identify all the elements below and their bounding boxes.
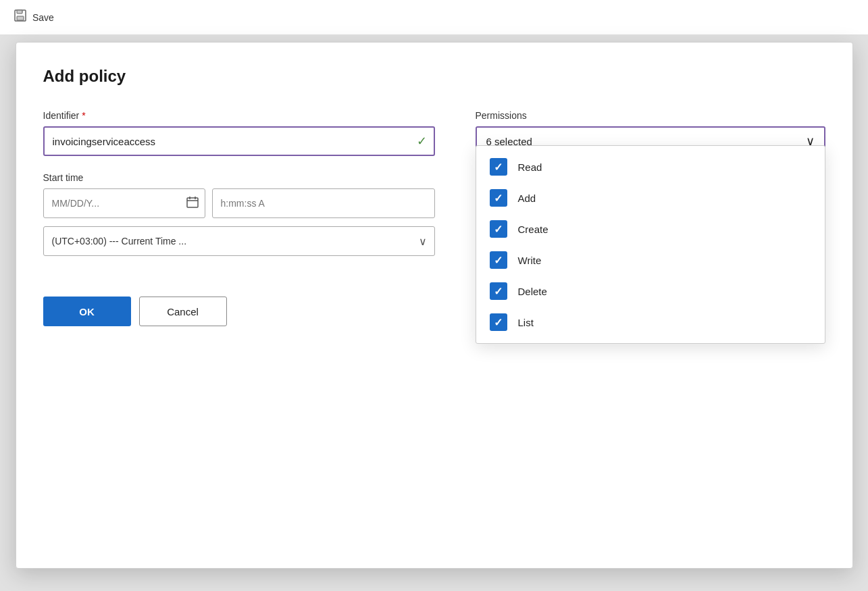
dialog-title: Add policy bbox=[43, 67, 825, 86]
checkmark-icon: ✓ bbox=[494, 316, 503, 329]
add-policy-dialog: Add policy Identifier * invoicingservice… bbox=[16, 42, 853, 569]
svg-rect-4 bbox=[187, 198, 198, 207]
form-layout: Identifier * invoicingserviceaccess ✓ St… bbox=[43, 110, 825, 326]
required-star: * bbox=[82, 110, 85, 121]
form-right-column: Permissions 6 selected ∨ ✓ Read bbox=[476, 110, 825, 156]
checkmark-icon: ✓ bbox=[494, 161, 503, 174]
permission-checkbox-read[interactable]: ✓ bbox=[490, 158, 507, 176]
timezone-select[interactable]: (UTC+03:00) --- Current Time ... (UTC+00… bbox=[43, 226, 435, 256]
checkmark-icon: ✓ bbox=[494, 285, 503, 298]
permission-item-write[interactable]: ✓ Write bbox=[476, 245, 825, 276]
ok-button[interactable]: OK bbox=[43, 297, 131, 326]
permission-item-read[interactable]: ✓ Read bbox=[476, 151, 825, 182]
permission-label-read: Read bbox=[518, 161, 542, 173]
save-icon bbox=[14, 9, 27, 26]
form-left-column: Identifier * invoicingserviceaccess ✓ St… bbox=[43, 110, 435, 326]
identifier-input[interactable]: invoicingserviceaccess bbox=[43, 126, 435, 156]
save-button-label[interactable]: Save bbox=[32, 12, 54, 23]
svg-rect-2 bbox=[17, 16, 24, 20]
permission-item-delete[interactable]: ✓ Delete bbox=[476, 276, 825, 307]
permission-label-delete: Delete bbox=[518, 286, 547, 297]
identifier-label: Identifier * bbox=[43, 110, 435, 121]
permissions-dropdown: ✓ Read ✓ Add ✓ Create bbox=[476, 145, 825, 344]
permission-checkbox-write[interactable]: ✓ bbox=[490, 251, 507, 269]
permission-label-create: Create bbox=[518, 224, 548, 235]
permission-item-add[interactable]: ✓ Add bbox=[476, 182, 825, 213]
time-input[interactable] bbox=[212, 188, 435, 218]
identifier-valid-icon: ✓ bbox=[417, 134, 427, 149]
button-row: OK Cancel bbox=[43, 297, 435, 326]
modal-overlay: Add policy Identifier * invoicingservice… bbox=[0, 35, 868, 591]
calendar-icon bbox=[186, 196, 199, 211]
start-time-label: Start time bbox=[43, 172, 435, 183]
toolbar: Save bbox=[0, 0, 868, 35]
permission-item-create[interactable]: ✓ Create bbox=[476, 213, 825, 245]
checkmark-icon: ✓ bbox=[494, 192, 503, 205]
checkmark-icon: ✓ bbox=[494, 223, 503, 236]
permission-checkbox-list[interactable]: ✓ bbox=[490, 313, 507, 331]
svg-rect-3 bbox=[22, 11, 23, 13]
permission-label-add: Add bbox=[518, 192, 536, 204]
permission-label-list: List bbox=[518, 317, 534, 328]
date-input[interactable] bbox=[43, 188, 205, 218]
permissions-label: Permissions bbox=[476, 110, 825, 121]
svg-rect-1 bbox=[17, 10, 22, 14]
timezone-select-wrapper: (UTC+03:00) --- Current Time ... (UTC+00… bbox=[43, 226, 435, 256]
permission-checkbox-delete[interactable]: ✓ bbox=[490, 282, 507, 300]
date-input-wrapper bbox=[43, 188, 205, 218]
cancel-button[interactable]: Cancel bbox=[139, 297, 227, 326]
permission-checkbox-create[interactable]: ✓ bbox=[490, 220, 507, 238]
permission-item-list[interactable]: ✓ List bbox=[476, 307, 825, 338]
permission-checkbox-add[interactable]: ✓ bbox=[490, 189, 507, 207]
checkmark-icon: ✓ bbox=[494, 254, 503, 267]
time-row bbox=[43, 188, 435, 218]
identifier-field-wrapper: invoicingserviceaccess ✓ bbox=[43, 126, 435, 156]
permission-label-write: Write bbox=[518, 255, 542, 266]
